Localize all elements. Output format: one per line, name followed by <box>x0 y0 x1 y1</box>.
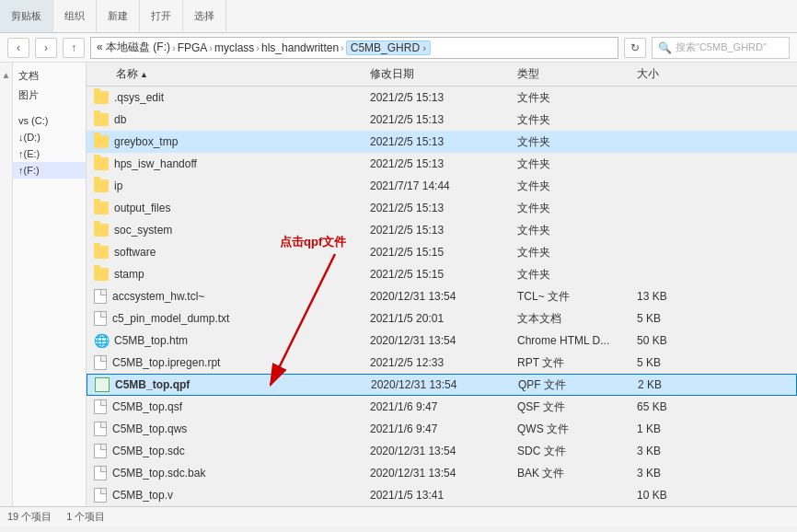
table-row[interactable]: ip2021/7/17 14:44文件夹 <box>87 175 797 197</box>
table-row[interactable]: C5MB_top.qsf2021/1/6 9:47QSF 文件65 KB <box>87 396 797 418</box>
file-date: 2021/1/5 13:41 <box>370 489 517 502</box>
main-file-area: 名称 ▲ 修改日期 类型 大小 .qsys_edit2021/2/5 15:13… <box>87 63 797 506</box>
breadcrumb: « 本地磁盘 (F:) › FPGA › myclass › hls_handw… <box>90 37 618 59</box>
folder-icon <box>94 113 109 126</box>
file-type: RPT 文件 <box>517 355 637 371</box>
table-row[interactable]: C5MB_top.sdc2020/12/31 13:54SDC 文件3 KB <box>87 440 797 462</box>
col-date[interactable]: 修改日期 <box>370 66 517 82</box>
file-type: SDC 文件 <box>517 444 637 459</box>
drive-d[interactable]: ↓(D:) <box>13 129 86 145</box>
toolbar-open[interactable]: 打开 <box>140 0 183 32</box>
file-name: soc_system <box>114 224 172 237</box>
open-label: 打开 <box>151 9 171 23</box>
file-type: QPF 文件 <box>518 377 638 393</box>
file-name: C5MB_top.v <box>112 489 173 502</box>
file-icon <box>94 444 107 458</box>
forward-button[interactable]: › <box>35 38 57 58</box>
file-icon <box>94 355 107 370</box>
table-row[interactable]: hps_isw_handoff2021/2/5 15:13文件夹 <box>87 153 797 175</box>
breadcrumb-myclass[interactable]: myclass <box>214 41 254 54</box>
file-name: C5MB_top.qws <box>112 422 187 435</box>
table-row[interactable]: C5MB_top.qws2021/1/6 9:47QWS 文件1 KB <box>87 418 797 440</box>
col-name[interactable]: 名称 ▲ <box>94 66 370 82</box>
clipboard-label: 剪贴板 <box>11 9 41 23</box>
file-date: 2021/7/17 14:44 <box>370 179 517 192</box>
file-name: output_files <box>114 202 170 214</box>
file-name: ip <box>114 179 122 192</box>
file-type: BAK 文件 <box>517 466 637 481</box>
selected-count: 1 个项目 <box>66 510 105 524</box>
file-date: 2021/2/5 15:13 <box>370 157 517 170</box>
table-row[interactable]: C5MB_top.qpf2020/12/31 13:54QPF 文件2 KB <box>87 374 797 396</box>
back-button[interactable]: ‹ <box>7 38 29 58</box>
table-row[interactable]: accsystem_hw.tcl~2020/12/31 13:54TCL~ 文件… <box>87 285 797 307</box>
breadcrumb-hls[interactable]: hls_handwritten <box>261 41 339 54</box>
file-size: 5 KB <box>637 356 710 369</box>
file-type: 文件夹 <box>517 156 637 172</box>
globe-icon: 🌐 <box>94 333 109 348</box>
breadcrumb-drive[interactable]: « 本地磁盘 (F:) <box>97 40 170 55</box>
file-date: 2021/1/6 9:47 <box>370 400 517 413</box>
item-count: 19 个项目 <box>7 510 52 524</box>
breadcrumb-current[interactable]: C5MB_GHRD › <box>346 40 431 55</box>
table-row[interactable]: .qsys_edit2021/2/5 15:13文件夹 <box>87 87 797 109</box>
toolbar-new[interactable]: 新建 <box>97 0 140 32</box>
file-name: software <box>114 246 156 259</box>
table-row[interactable]: stamp2021/2/5 15:15文件夹 <box>87 263 797 285</box>
quick-access-docs[interactable]: 文档 <box>13 66 86 86</box>
file-date: 2021/2/5 15:13 <box>370 224 517 237</box>
file-type: QWS 文件 <box>517 422 637 437</box>
table-row[interactable]: C5MB_top.ipregen.rpt2021/2/5 12:33RPT 文件… <box>87 352 797 374</box>
file-icon <box>94 289 107 304</box>
toolbar-select[interactable]: 选择 <box>183 0 226 32</box>
breadcrumb-fpga[interactable]: FPGA <box>178 41 208 54</box>
table-row[interactable]: software2021/2/5 15:15文件夹 <box>87 241 797 263</box>
file-icon <box>94 422 107 436</box>
col-size[interactable]: 大小 <box>637 66 710 82</box>
toolbar-clipboard[interactable]: 剪贴板 <box>0 0 53 32</box>
file-name: C5MB_top.sdc <box>112 445 185 457</box>
drive-d-label: ↓(D:) <box>18 132 40 143</box>
drive-e[interactable]: ↑(E:) <box>13 145 86 162</box>
file-type: 文件夹 <box>517 201 637 216</box>
file-type: 文件夹 <box>517 223 637 238</box>
file-list-scroll[interactable]: .qsys_edit2021/2/5 15:13文件夹db2021/2/5 15… <box>87 87 797 506</box>
file-name: C5MB_top.qpf <box>115 378 190 391</box>
drive-f[interactable]: ↑(F:) <box>13 162 86 179</box>
up-button[interactable]: ↑ <box>63 38 85 58</box>
file-name: hps_isw_handoff <box>114 157 197 170</box>
file-date: 2021/2/5 15:15 <box>370 268 517 281</box>
select-label: 选择 <box>194 9 214 23</box>
file-name: C5MB_top.htm <box>114 334 188 347</box>
file-size: 2 KB <box>638 378 711 391</box>
folder-icon <box>94 202 109 214</box>
table-row[interactable]: soc_system2021/2/5 15:13文件夹 <box>87 219 797 241</box>
toolbar-organize[interactable]: 组织 <box>53 0 97 32</box>
new-label: 新建 <box>108 9 128 23</box>
file-name: db <box>114 113 126 126</box>
table-row[interactable]: greybox_tmp2021/2/5 15:13文件夹 <box>87 131 797 153</box>
file-date: 2021/2/5 12:33 <box>370 356 517 369</box>
file-name: C5MB_top.ipregen.rpt <box>112 356 220 369</box>
file-type: 文件夹 <box>517 267 637 283</box>
drive-c[interactable]: vs (C:) <box>13 112 86 129</box>
quick-access-pics[interactable]: 图片 <box>13 86 86 105</box>
file-list: .qsys_edit2021/2/5 15:13文件夹db2021/2/5 15… <box>87 87 797 506</box>
chevron-down-icon: › <box>422 43 425 53</box>
refresh-button[interactable]: ↻ <box>624 38 646 58</box>
table-row[interactable]: output_files2021/2/5 15:13文件夹 <box>87 197 797 219</box>
organize-label: 组织 <box>64 9 85 23</box>
file-type: 文件夹 <box>517 245 637 260</box>
table-row[interactable]: 🌐C5MB_top.htm2020/12/31 13:54Chrome HTML… <box>87 330 797 352</box>
file-size: 5 KB <box>637 312 710 325</box>
file-date: 2021/2/5 15:13 <box>370 91 517 104</box>
table-row[interactable]: C5MB_top.sdc.bak2020/12/31 13:54BAK 文件3 … <box>87 462 797 484</box>
table-row[interactable]: C5MB_top.v2021/1/5 13:4110 KB <box>87 484 797 506</box>
folder-icon <box>94 157 109 170</box>
file-name: C5MB_top.qsf <box>112 400 182 413</box>
col-type[interactable]: 类型 <box>517 66 637 82</box>
folder-icon <box>94 224 109 237</box>
file-date: 2021/2/5 15:13 <box>370 113 517 126</box>
table-row[interactable]: db2021/2/5 15:13文件夹 <box>87 109 797 131</box>
table-row[interactable]: c5_pin_model_dump.txt2021/1/5 20:01文本文档5… <box>87 307 797 330</box>
